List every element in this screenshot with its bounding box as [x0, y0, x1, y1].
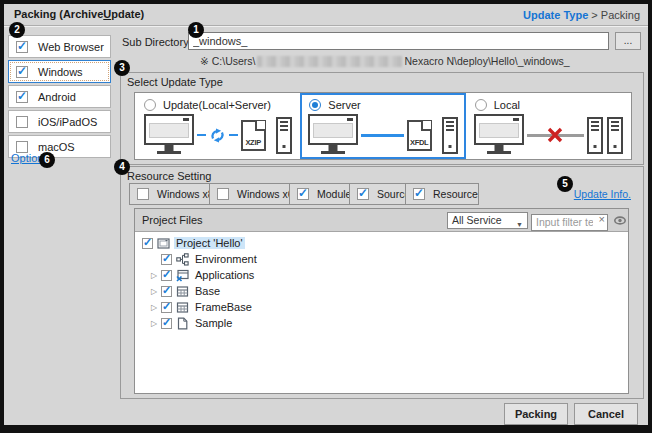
monitor-icon	[144, 114, 194, 156]
project-files-panel: Project Files All Service ▼ × Project	[134, 208, 629, 394]
tree-item-sample[interactable]: ▷ Sample	[135, 315, 628, 331]
check-cell-resource[interactable]: Resource	[405, 183, 479, 205]
update-type-options-box: Update(Local+Server) XZIP Server	[134, 92, 632, 160]
chevron-down-icon: ▼	[516, 217, 523, 232]
step-badge-5: 5	[557, 176, 573, 192]
xzip-file-icon: XZIP	[241, 120, 266, 151]
select-update-type-group: Select Update Type Update(Local+Server) …	[120, 72, 644, 165]
checkbox[interactable]	[413, 188, 425, 200]
sidebar-item-web-browser[interactable]: Web Browser	[8, 35, 111, 58]
title-separator	[4, 25, 648, 27]
document-icon	[176, 317, 189, 330]
check-cell-source[interactable]: Source	[349, 183, 406, 205]
expander-icon[interactable]: ▷	[147, 303, 161, 312]
sub-directory-label: Sub Directory	[122, 36, 189, 48]
checkbox[interactable]	[161, 254, 172, 265]
checkbox[interactable]	[16, 41, 28, 53]
update-type-option-local[interactable]: Local	[466, 93, 631, 159]
solid-connector	[361, 134, 403, 137]
browse-button[interactable]: ...	[615, 32, 641, 50]
step-badge-1: 1	[188, 22, 204, 38]
server-icon	[276, 117, 292, 154]
server-icon	[607, 117, 623, 154]
check-cell-windows-x64[interactable]: Windows x64	[209, 183, 290, 205]
update-type-option-update[interactable]: Update(Local+Server) XZIP	[135, 93, 300, 159]
step-badge-2: 2	[9, 22, 25, 38]
tree-item-environment[interactable]: Environment	[135, 251, 628, 267]
packing-dialog: Packing (ArchiveUpdate) Update Type > Pa…	[4, 4, 648, 425]
step-badge-6: 6	[39, 152, 55, 168]
checkbox[interactable]	[357, 188, 369, 200]
radio-local[interactable]	[475, 99, 487, 111]
checkbox[interactable]	[16, 66, 28, 78]
step-badge-3: 3	[114, 60, 130, 76]
screenshot-frame: Packing (ArchiveUpdate) Update Type > Pa…	[0, 0, 652, 433]
sidebar-item-android[interactable]: Android	[8, 85, 111, 108]
packing-button[interactable]: Packing	[504, 403, 568, 425]
checkbox[interactable]	[142, 238, 153, 249]
tree-item-framebase[interactable]: ▷ FrameBase	[135, 299, 628, 315]
checkbox[interactable]	[217, 188, 229, 200]
applications-icon	[176, 269, 189, 282]
sidebar-item-ios-ipados[interactable]: iOS/iPadOS	[8, 110, 111, 133]
checkbox[interactable]	[16, 91, 28, 103]
checkbox[interactable]	[297, 188, 309, 200]
check-cell-module[interactable]: Module	[289, 183, 350, 205]
update-type-option-server[interactable]: Server XFDL	[300, 93, 465, 159]
filter-input[interactable]	[531, 214, 608, 231]
service-filter-select[interactable]: All Service ▼	[447, 212, 528, 229]
environment-icon	[176, 253, 189, 266]
breadcrumb-update-type-link[interactable]: Update Type	[523, 9, 588, 21]
select-update-type-label: Select Update Type	[127, 76, 223, 88]
expander-icon[interactable]: ▷	[147, 319, 161, 328]
resource-setting-group: Resource Setting Windows x86 Windows x64…	[120, 166, 644, 399]
sidebar-item-windows[interactable]: Windows	[8, 60, 111, 83]
monitor-icon	[308, 114, 358, 156]
grid-icon	[176, 285, 189, 298]
grid-icon	[176, 301, 189, 314]
gear-icon[interactable]	[612, 213, 628, 228]
project-files-title: Project Files	[142, 214, 203, 226]
server-icon	[442, 117, 458, 154]
monitor-icon	[474, 114, 524, 156]
checkbox[interactable]	[161, 302, 172, 313]
deploy-path-note: ※ C:\Users\ Nexacro N\deploy\Hello\_wind…	[200, 55, 570, 67]
redacted-username	[257, 56, 402, 67]
project-files-header: Project Files All Service ▼ ×	[135, 209, 628, 232]
checkbox[interactable]	[16, 116, 28, 128]
update-info-link[interactable]: Update Info.	[574, 188, 631, 200]
checkbox[interactable]	[137, 188, 149, 200]
checkbox[interactable]	[16, 141, 28, 153]
clear-filter-icon[interactable]: ×	[599, 213, 605, 225]
breadcrumb: Update Type > Packing	[523, 9, 640, 21]
project-files-tree: Project 'Hello' Environment ▷ Applicatio…	[135, 233, 628, 393]
checkbox[interactable]	[161, 270, 172, 281]
xfdl-file-icon: XFDL	[407, 120, 432, 151]
expander-icon[interactable]: ▷	[147, 287, 161, 296]
tree-item-applications[interactable]: ▷ Applications	[135, 267, 628, 283]
radio-server[interactable]	[309, 99, 321, 111]
dashed-connector	[197, 134, 206, 136]
checkbox[interactable]	[161, 318, 172, 329]
dialog-title: Packing (ArchiveUpdate)	[14, 8, 144, 20]
sync-icon	[209, 127, 226, 144]
step-badge-4: 4	[114, 159, 130, 175]
expander-icon[interactable]: ▷	[147, 271, 161, 280]
breadcrumb-current: Packing	[601, 9, 640, 21]
server-icon	[587, 117, 603, 154]
tree-item-base[interactable]: ▷ Base	[135, 283, 628, 299]
radio-update-local-server[interactable]	[144, 99, 156, 111]
red-x-icon	[546, 126, 564, 144]
disconnected-connector	[527, 134, 584, 137]
tree-item-project[interactable]: Project 'Hello'	[135, 235, 628, 251]
project-icon	[157, 237, 170, 250]
check-cell-windows-x86[interactable]: Windows x86	[129, 183, 210, 205]
checkbox[interactable]	[161, 286, 172, 297]
resource-setting-label: Resource Setting	[127, 170, 211, 182]
sub-directory-input[interactable]	[188, 32, 609, 50]
cancel-button[interactable]: Cancel	[574, 403, 638, 425]
resource-check-row: Windows x86 Windows x64 Module Source Re…	[129, 183, 479, 205]
dashed-connector	[229, 134, 238, 136]
